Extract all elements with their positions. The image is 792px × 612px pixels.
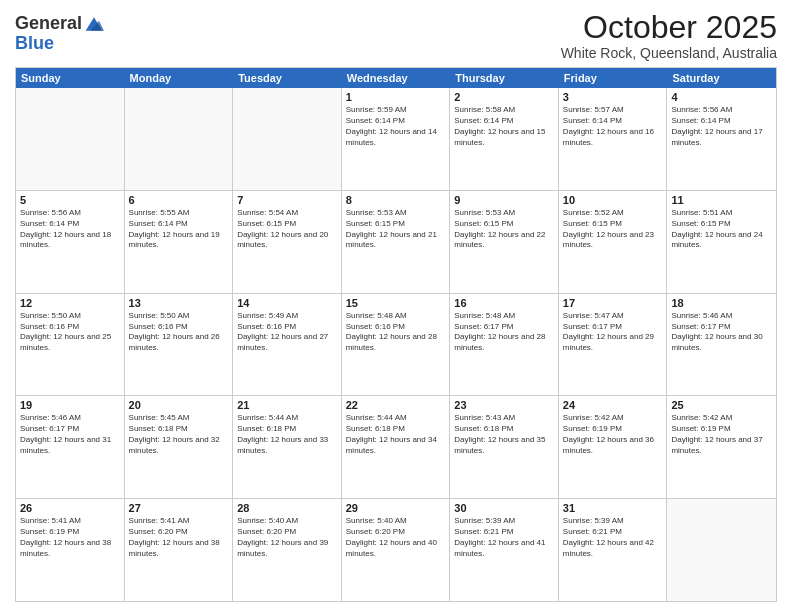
day-number: 24 <box>563 399 663 411</box>
calendar-cell-w1-d1 <box>16 88 125 190</box>
calendar-week-2: 5Sunrise: 5:56 AM Sunset: 6:14 PM Daylig… <box>16 191 776 294</box>
day-number: 4 <box>671 91 772 103</box>
day-number: 5 <box>20 194 120 206</box>
cell-info: Sunrise: 5:53 AM Sunset: 6:15 PM Dayligh… <box>454 208 554 251</box>
cell-info: Sunrise: 5:48 AM Sunset: 6:16 PM Dayligh… <box>346 311 446 354</box>
calendar-body: 1Sunrise: 5:59 AM Sunset: 6:14 PM Daylig… <box>16 88 776 601</box>
header: General Blue October 2025 White Rock, Qu… <box>15 10 777 61</box>
day-number: 12 <box>20 297 120 309</box>
calendar-cell-w1-d6: 3Sunrise: 5:57 AM Sunset: 6:14 PM Daylig… <box>559 88 668 190</box>
cell-info: Sunrise: 5:50 AM Sunset: 6:16 PM Dayligh… <box>20 311 120 354</box>
calendar: Sunday Monday Tuesday Wednesday Thursday… <box>15 67 777 602</box>
calendar-cell-w2-d3: 7Sunrise: 5:54 AM Sunset: 6:15 PM Daylig… <box>233 191 342 293</box>
logo-blue-text: Blue <box>15 34 104 54</box>
cell-info: Sunrise: 5:39 AM Sunset: 6:21 PM Dayligh… <box>454 516 554 559</box>
calendar-cell-w3-d4: 15Sunrise: 5:48 AM Sunset: 6:16 PM Dayli… <box>342 294 451 396</box>
cell-info: Sunrise: 5:57 AM Sunset: 6:14 PM Dayligh… <box>563 105 663 148</box>
cell-info: Sunrise: 5:54 AM Sunset: 6:15 PM Dayligh… <box>237 208 337 251</box>
cell-info: Sunrise: 5:41 AM Sunset: 6:19 PM Dayligh… <box>20 516 120 559</box>
calendar-cell-w3-d2: 13Sunrise: 5:50 AM Sunset: 6:16 PM Dayli… <box>125 294 234 396</box>
calendar-cell-w5-d5: 30Sunrise: 5:39 AM Sunset: 6:21 PM Dayli… <box>450 499 559 601</box>
calendar-week-3: 12Sunrise: 5:50 AM Sunset: 6:16 PM Dayli… <box>16 294 776 397</box>
calendar-cell-w4-d1: 19Sunrise: 5:46 AM Sunset: 6:17 PM Dayli… <box>16 396 125 498</box>
header-friday: Friday <box>559 68 668 88</box>
calendar-week-1: 1Sunrise: 5:59 AM Sunset: 6:14 PM Daylig… <box>16 88 776 191</box>
day-number: 17 <box>563 297 663 309</box>
calendar-cell-w2-d7: 11Sunrise: 5:51 AM Sunset: 6:15 PM Dayli… <box>667 191 776 293</box>
page: General Blue October 2025 White Rock, Qu… <box>0 0 792 612</box>
cell-info: Sunrise: 5:44 AM Sunset: 6:18 PM Dayligh… <box>237 413 337 456</box>
cell-info: Sunrise: 5:49 AM Sunset: 6:16 PM Dayligh… <box>237 311 337 354</box>
day-number: 16 <box>454 297 554 309</box>
header-tuesday: Tuesday <box>233 68 342 88</box>
calendar-cell-w5-d1: 26Sunrise: 5:41 AM Sunset: 6:19 PM Dayli… <box>16 499 125 601</box>
calendar-cell-w2-d4: 8Sunrise: 5:53 AM Sunset: 6:15 PM Daylig… <box>342 191 451 293</box>
day-number: 19 <box>20 399 120 411</box>
day-number: 6 <box>129 194 229 206</box>
calendar-cell-w2-d5: 9Sunrise: 5:53 AM Sunset: 6:15 PM Daylig… <box>450 191 559 293</box>
calendar-cell-w3-d6: 17Sunrise: 5:47 AM Sunset: 6:17 PM Dayli… <box>559 294 668 396</box>
header-monday: Monday <box>125 68 234 88</box>
day-number: 18 <box>671 297 772 309</box>
day-number: 3 <box>563 91 663 103</box>
cell-info: Sunrise: 5:40 AM Sunset: 6:20 PM Dayligh… <box>346 516 446 559</box>
day-number: 22 <box>346 399 446 411</box>
cell-info: Sunrise: 5:39 AM Sunset: 6:21 PM Dayligh… <box>563 516 663 559</box>
calendar-cell-w1-d2 <box>125 88 234 190</box>
cell-info: Sunrise: 5:55 AM Sunset: 6:14 PM Dayligh… <box>129 208 229 251</box>
cell-info: Sunrise: 5:59 AM Sunset: 6:14 PM Dayligh… <box>346 105 446 148</box>
calendar-cell-w2-d6: 10Sunrise: 5:52 AM Sunset: 6:15 PM Dayli… <box>559 191 668 293</box>
day-number: 23 <box>454 399 554 411</box>
day-number: 14 <box>237 297 337 309</box>
calendar-cell-w5-d4: 29Sunrise: 5:40 AM Sunset: 6:20 PM Dayli… <box>342 499 451 601</box>
calendar-cell-w5-d3: 28Sunrise: 5:40 AM Sunset: 6:20 PM Dayli… <box>233 499 342 601</box>
day-number: 25 <box>671 399 772 411</box>
cell-info: Sunrise: 5:50 AM Sunset: 6:16 PM Dayligh… <box>129 311 229 354</box>
day-number: 1 <box>346 91 446 103</box>
day-number: 27 <box>129 502 229 514</box>
header-wednesday: Wednesday <box>342 68 451 88</box>
cell-info: Sunrise: 5:47 AM Sunset: 6:17 PM Dayligh… <box>563 311 663 354</box>
day-number: 26 <box>20 502 120 514</box>
day-number: 31 <box>563 502 663 514</box>
logo-general-text: General <box>15 14 82 34</box>
cell-info: Sunrise: 5:41 AM Sunset: 6:20 PM Dayligh… <box>129 516 229 559</box>
calendar-cell-w4-d3: 21Sunrise: 5:44 AM Sunset: 6:18 PM Dayli… <box>233 396 342 498</box>
calendar-cell-w4-d2: 20Sunrise: 5:45 AM Sunset: 6:18 PM Dayli… <box>125 396 234 498</box>
calendar-cell-w5-d2: 27Sunrise: 5:41 AM Sunset: 6:20 PM Dayli… <box>125 499 234 601</box>
month-title: October 2025 <box>561 10 777 45</box>
cell-info: Sunrise: 5:46 AM Sunset: 6:17 PM Dayligh… <box>671 311 772 354</box>
calendar-cell-w3-d7: 18Sunrise: 5:46 AM Sunset: 6:17 PM Dayli… <box>667 294 776 396</box>
logo-icon <box>84 14 104 34</box>
cell-info: Sunrise: 5:40 AM Sunset: 6:20 PM Dayligh… <box>237 516 337 559</box>
day-number: 8 <box>346 194 446 206</box>
header-sunday: Sunday <box>16 68 125 88</box>
cell-info: Sunrise: 5:46 AM Sunset: 6:17 PM Dayligh… <box>20 413 120 456</box>
day-number: 2 <box>454 91 554 103</box>
calendar-cell-w3-d3: 14Sunrise: 5:49 AM Sunset: 6:16 PM Dayli… <box>233 294 342 396</box>
calendar-cell-w1-d7: 4Sunrise: 5:56 AM Sunset: 6:14 PM Daylig… <box>667 88 776 190</box>
cell-info: Sunrise: 5:45 AM Sunset: 6:18 PM Dayligh… <box>129 413 229 456</box>
cell-info: Sunrise: 5:52 AM Sunset: 6:15 PM Dayligh… <box>563 208 663 251</box>
day-number: 15 <box>346 297 446 309</box>
calendar-week-4: 19Sunrise: 5:46 AM Sunset: 6:17 PM Dayli… <box>16 396 776 499</box>
day-number: 11 <box>671 194 772 206</box>
header-thursday: Thursday <box>450 68 559 88</box>
title-block: October 2025 White Rock, Queensland, Aus… <box>561 10 777 61</box>
calendar-cell-w2-d2: 6Sunrise: 5:55 AM Sunset: 6:14 PM Daylig… <box>125 191 234 293</box>
logo: General Blue <box>15 14 104 54</box>
calendar-cell-w4-d6: 24Sunrise: 5:42 AM Sunset: 6:19 PM Dayli… <box>559 396 668 498</box>
calendar-cell-w2-d1: 5Sunrise: 5:56 AM Sunset: 6:14 PM Daylig… <box>16 191 125 293</box>
calendar-week-5: 26Sunrise: 5:41 AM Sunset: 6:19 PM Dayli… <box>16 499 776 601</box>
day-number: 28 <box>237 502 337 514</box>
day-number: 7 <box>237 194 337 206</box>
cell-info: Sunrise: 5:44 AM Sunset: 6:18 PM Dayligh… <box>346 413 446 456</box>
calendar-cell-w4-d4: 22Sunrise: 5:44 AM Sunset: 6:18 PM Dayli… <box>342 396 451 498</box>
day-number: 20 <box>129 399 229 411</box>
calendar-cell-w4-d7: 25Sunrise: 5:42 AM Sunset: 6:19 PM Dayli… <box>667 396 776 498</box>
cell-info: Sunrise: 5:42 AM Sunset: 6:19 PM Dayligh… <box>563 413 663 456</box>
day-number: 13 <box>129 297 229 309</box>
calendar-cell-w3-d1: 12Sunrise: 5:50 AM Sunset: 6:16 PM Dayli… <box>16 294 125 396</box>
location-text: White Rock, Queensland, Australia <box>561 45 777 61</box>
day-number: 9 <box>454 194 554 206</box>
